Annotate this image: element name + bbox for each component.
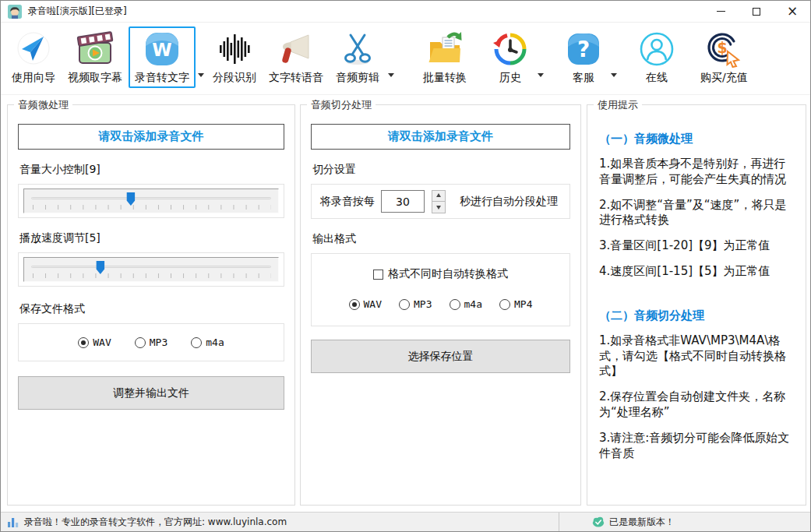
folder-convert-icon <box>426 30 464 68</box>
maximize-button[interactable] <box>739 1 774 22</box>
radio-label: MP4 <box>514 298 532 310</box>
panel-usage-tips: 使用提示 （一）音频微处理 1.如果音质本身不是特别好，再进行音量调整后，可能会… <box>587 104 806 506</box>
speed-slider-thumb[interactable] <box>96 261 104 274</box>
toolbar-item-audio-editing[interactable]: 音频剪辑 <box>330 26 386 88</box>
radio-label: MP3 <box>150 336 167 348</box>
window-title: 录音啦[演示版][已登录] <box>28 5 127 18</box>
tip-item: 4.速度区间[1-15]【5】为正常值 <box>599 264 795 280</box>
minimize-icon <box>717 11 725 12</box>
waveform-icon <box>216 30 253 68</box>
radio-mp3[interactable]: MP3 <box>399 298 432 310</box>
radio-dot <box>499 299 510 310</box>
toolbar-item-batch-convert[interactable]: 批量转换 <box>417 26 473 88</box>
toolbar-item-customer-service[interactable]: ? 客服 <box>559 26 608 88</box>
choose-save-location-button[interactable]: 选择保存位置 <box>311 340 570 373</box>
tip-item: 1.如果音质本身不是特别好，再进行音量调整后，可能会产生失真的情况 <box>599 157 795 188</box>
panel-legend: 使用提示 <box>594 98 642 112</box>
speed-control-label: 播放速度调节[5] <box>19 231 283 245</box>
slider-ticks <box>33 273 271 278</box>
volume-slider-box <box>18 184 284 218</box>
save-format-options: WAV MP3 m4a <box>18 323 284 361</box>
toolbar-item-recording-to-text[interactable]: W 录音转文字 <box>129 26 196 88</box>
split-format-options: WAV MP3 m4a MP4 <box>316 298 565 310</box>
dropdown-arrow-icon[interactable] <box>608 73 619 80</box>
slider-track[interactable] <box>31 197 271 199</box>
add-recording-file-button[interactable]: 请双击添加录音文件 <box>311 124 570 150</box>
radio-mp3[interactable]: MP3 <box>135 336 167 348</box>
tips-section1-title: （一）音频微处理 <box>599 132 795 146</box>
output-format-label: 输出格式 <box>312 232 569 246</box>
stepper-up-button[interactable] <box>432 191 445 202</box>
toolbar-item-label: 分段识别 <box>213 71 256 85</box>
status-right: 已是最新版本！ <box>559 513 810 531</box>
interval-prefix-label: 将录音按每 <box>320 195 375 209</box>
volume-control-label: 音量大小控制[9] <box>19 163 283 177</box>
radio-wav[interactable]: WAV <box>78 336 111 348</box>
update-check-cloud-icon <box>592 516 605 528</box>
volume-slider[interactable] <box>23 188 279 213</box>
radio-label: MP3 <box>414 298 432 310</box>
person-circle-icon <box>638 30 675 68</box>
svg-text:$: $ <box>718 39 728 56</box>
toolbar: 使用向导 视频取字幕 W <box>1 23 810 95</box>
split-interval-row: 将录音按每 秒进行自动分段处理 <box>311 184 570 219</box>
tip-item: 2.如不调整“音量”及“速度”，将只是进行格式转换 <box>599 198 795 229</box>
toolbar-item-label: 视频取字幕 <box>68 71 122 85</box>
auto-convert-checkbox-row[interactable]: 格式不同时自动转换格式 <box>316 267 565 281</box>
radio-dot <box>450 299 460 310</box>
toolbar-item-usage-guide[interactable]: 使用向导 <box>5 26 62 88</box>
toolbar-item-label: 购买/充值 <box>700 71 748 85</box>
toolbar-item-segment-recognition[interactable]: 分段识别 <box>206 26 263 88</box>
save-format-label: 保存文件格式 <box>19 302 283 316</box>
radio-label: m4a <box>464 298 482 310</box>
toolbar-item-label: 批量转换 <box>423 71 467 85</box>
split-interval-input[interactable] <box>381 190 425 213</box>
panel-legend: 音频微处理 <box>14 98 72 112</box>
app-window: 录音啦[演示版][已登录] × 使用向导 <box>0 0 811 532</box>
volume-slider-thumb[interactable] <box>126 192 135 206</box>
status-left: 录音啦！专业的录音转文字软件，官方网址: www.luyinla.com <box>1 513 559 531</box>
dropdown-arrow-icon[interactable] <box>535 73 546 80</box>
radio-wav[interactable]: WAV <box>349 298 382 310</box>
svg-text:W: W <box>152 40 171 60</box>
checkbox-icon <box>373 270 383 280</box>
add-recording-file-button[interactable]: 请双击添加录音文件 <box>18 124 284 150</box>
checkbox-label: 格式不同时自动转换格式 <box>388 267 508 281</box>
dropdown-arrow-icon[interactable] <box>386 73 397 80</box>
toolbar-item-online[interactable]: 在线 <box>632 26 682 88</box>
adjust-output-button[interactable]: 调整并输出文件 <box>18 376 284 410</box>
toolbar-item-buy-recharge[interactable]: $ 购买/充值 <box>694 26 754 88</box>
slider-track[interactable] <box>31 266 271 268</box>
tip-item: 3.音量区间[1-20]【9】为正常值 <box>599 238 795 254</box>
speed-slider[interactable] <box>23 257 279 282</box>
toolbar-item-label: 在线 <box>646 71 668 85</box>
interval-stepper <box>432 190 446 213</box>
w-letter-icon: W <box>143 30 181 68</box>
dropdown-arrow-icon[interactable] <box>196 73 206 80</box>
tip-item: 2.保存位置会自动创建文件夹，名称为“处理名称” <box>599 389 795 421</box>
radio-m4a[interactable]: m4a <box>450 298 482 310</box>
status-bar: 录音啦！专业的录音转文字软件，官方网址: www.luyinla.com 已是最… <box>1 512 810 531</box>
toolbar-item-label: 客服 <box>573 71 594 85</box>
stepper-down-button[interactable] <box>432 201 445 213</box>
close-button[interactable]: × <box>774 1 810 22</box>
toolbar-item-label: 音频剪辑 <box>336 71 379 85</box>
maximize-icon <box>753 8 760 16</box>
radio-m4a[interactable]: m4a <box>191 336 224 348</box>
window-controls: × <box>703 1 810 22</box>
title-bar: 录音啦[演示版][已登录] × <box>1 1 810 23</box>
interval-suffix-label: 秒进行自动分段处理 <box>460 195 558 209</box>
radio-dot <box>349 299 360 310</box>
svg-text:?: ? <box>577 37 590 62</box>
minimize-button[interactable] <box>703 1 739 22</box>
output-format-box: 格式不同时自动转换格式 WAV MP3 m4a <box>311 253 570 326</box>
status-left-text: 录音啦！专业的录音转文字软件，官方网址: www.luyinla.com <box>24 516 287 529</box>
dollar-cursor-icon: $ <box>705 30 742 68</box>
toolbar-item-text-to-speech[interactable]: 文字转语音 <box>263 26 330 88</box>
tip-item: 1.如录音格式非WAV\MP3\M4A\格式，请勾选【格式不同时自动转换格式】 <box>599 333 795 379</box>
toolbar-item-video-subtitles[interactable]: 视频取字幕 <box>62 26 129 88</box>
radio-mp4[interactable]: MP4 <box>499 298 532 310</box>
app-logo-avatar-icon <box>8 5 22 19</box>
tip-item: 3.请注意:音频切分可能会降低原始文件音质 <box>599 431 795 462</box>
toolbar-item-history[interactable]: 历史 <box>485 26 535 88</box>
